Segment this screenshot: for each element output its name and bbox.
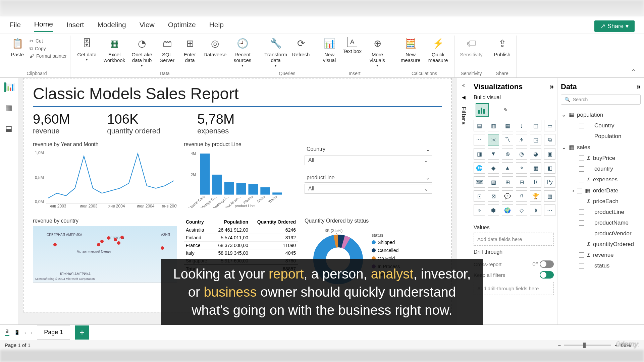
field-buyPrice[interactable]: ΣbuyPrice xyxy=(561,153,641,164)
excel-button[interactable]: ▦Excel workbook xyxy=(101,37,127,63)
viz-type-icon[interactable]: ▲ xyxy=(502,162,513,174)
page-tab-1[interactable]: Page 1 xyxy=(37,325,70,340)
checkbox[interactable] xyxy=(579,231,584,236)
format-visual-tab[interactable]: ✎ xyxy=(499,103,513,117)
table-header-sales[interactable]: ⌄▦sales xyxy=(561,142,641,153)
field-orderDate[interactable]: ›▦orderDate xyxy=(561,185,641,196)
checkbox[interactable] xyxy=(579,263,584,268)
collapse-ribbon-icon[interactable]: ⌃ xyxy=(626,66,641,77)
kpi-expenses[interactable]: 5,78M expenses xyxy=(197,112,234,135)
values-well[interactable]: Add data fields here xyxy=(474,233,554,246)
refresh-button[interactable]: ⟳Refresh xyxy=(290,37,312,57)
more-visuals-button[interactable]: ⊕More visuals▾ xyxy=(364,37,390,67)
add-page-button[interactable]: + xyxy=(75,325,89,340)
checkbox[interactable] xyxy=(579,252,584,258)
checkbox[interactable] xyxy=(579,199,584,204)
map-revenue-by-country[interactable]: revenue by country СЕВЕРНАЯ АМЕРИКА ЕВРО… xyxy=(33,218,177,288)
line-chart-revenue-by-year[interactable]: revenue by Year and Month 1,0M 0,5M 0,0M… xyxy=(33,141,177,215)
onelake-button[interactable]: ◔OneLake data hub▾ xyxy=(129,37,155,67)
viz-type-icon[interactable]: ⋯ xyxy=(544,204,555,216)
quick-measure-button[interactable]: ⚡Quick measure xyxy=(425,37,451,63)
field-Population[interactable]: Population xyxy=(561,131,641,142)
sensitivity-button[interactable]: 🏷Sensitivity xyxy=(458,37,484,57)
viz-type-icon[interactable]: 〰 xyxy=(474,134,485,145)
field-productVendor[interactable]: productVendor xyxy=(561,228,641,239)
viz-type-icon[interactable]: ▣ xyxy=(544,148,555,160)
table-header-population[interactable]: ⌄▦population xyxy=(561,109,641,120)
viz-type-icon[interactable]: ▩ xyxy=(488,176,499,188)
legend-item[interactable]: Cancelled xyxy=(372,248,400,253)
viz-type-icon[interactable]: ⊡ xyxy=(474,190,485,202)
field-country[interactable]: country xyxy=(561,164,641,174)
viz-type-icon[interactable]: ◨ xyxy=(474,148,485,160)
desktop-layout-icon[interactable]: 🖥 xyxy=(5,328,9,336)
field-priceEach[interactable]: ΣpriceEach xyxy=(561,196,641,207)
viz-type-icon[interactable]: 🏆 xyxy=(530,190,541,202)
copy-button[interactable]: ⧉Copy xyxy=(30,46,46,51)
viz-type-icon[interactable]: ⌨ xyxy=(474,176,485,188)
legend-item[interactable]: Shipped xyxy=(372,240,400,245)
publish-button[interactable]: ⇪Publish xyxy=(491,37,513,57)
field-Country[interactable]: Country xyxy=(561,120,641,131)
paste-button[interactable]: 📋 Paste xyxy=(7,37,28,57)
tab-help[interactable]: Help xyxy=(209,21,224,32)
drill-well[interactable]: Add drill-through fields here xyxy=(474,282,554,295)
viz-type-icon[interactable]: ▤ xyxy=(474,120,485,131)
report-view-icon[interactable]: 📊 xyxy=(4,82,14,92)
mobile-layout-icon[interactable]: 📱 xyxy=(14,330,20,335)
viz-type-icon[interactable]: ▼ xyxy=(488,148,499,160)
viz-type-icon[interactable]: ⬢ xyxy=(488,204,499,216)
viz-type-icon[interactable]: ⩚ xyxy=(516,134,527,145)
prev-page-icon[interactable]: ‹ xyxy=(24,330,26,335)
viz-type-icon[interactable]: 🌍 xyxy=(502,204,513,216)
checkbox[interactable] xyxy=(579,166,584,172)
checkbox[interactable] xyxy=(579,134,584,139)
viz-type-icon[interactable]: ◔ xyxy=(516,148,527,160)
format-painter-button[interactable]: 🖌Format painter xyxy=(30,53,67,59)
field-productName[interactable]: productName xyxy=(561,218,641,228)
viz-type-icon[interactable]: ◕ xyxy=(530,148,541,160)
new-measure-button[interactable]: 🧮New measure xyxy=(397,37,424,63)
search-input[interactable]: 🔍 Search xyxy=(561,95,641,105)
table-row[interactable]: Australia26 461 912,006246 xyxy=(184,226,298,234)
viz-type-icon[interactable]: ⟫ xyxy=(530,204,541,216)
table-row[interactable]: Finland5 574 011,003192 xyxy=(184,234,298,242)
checkbox[interactable] xyxy=(579,156,584,161)
field-quantityOrdered[interactable]: ΣquantityOrdered xyxy=(561,239,641,250)
field-revenue[interactable]: Σrevenue xyxy=(561,250,641,260)
table-row[interactable]: Italy58 919 345,004045 xyxy=(184,249,298,257)
viz-type-icon[interactable]: ⫿ xyxy=(516,120,527,131)
viz-type-icon[interactable]: ⌖ xyxy=(516,162,527,174)
zoom-out-button[interactable]: − xyxy=(558,342,561,348)
model-view-icon[interactable]: ⬓ xyxy=(4,124,14,133)
tab-insert[interactable]: Insert xyxy=(66,21,84,32)
viz-type-icon[interactable]: ▦ xyxy=(530,162,541,174)
expand-right-icon[interactable]: » xyxy=(550,82,554,91)
viz-type-icon[interactable]: 〽 xyxy=(502,134,513,145)
checkbox[interactable] xyxy=(579,220,584,226)
kpi-quantity[interactable]: 106K quantity ordered xyxy=(107,112,160,135)
checkbox[interactable] xyxy=(579,209,584,215)
viz-type-icon[interactable]: ◇ xyxy=(516,204,527,216)
viz-type-icon[interactable]: ▦ xyxy=(502,120,513,131)
viz-type-icon[interactable]: ⊟ xyxy=(516,176,527,188)
sql-button[interactable]: 🗃SQL Server xyxy=(156,37,178,63)
enter-data-button[interactable]: ⊞Enter data xyxy=(179,37,201,63)
speaker-icon[interactable]: ◀ xyxy=(462,95,466,100)
get-data-button[interactable]: 🗄Get data▾ xyxy=(74,37,100,62)
field-expenses[interactable]: Σexpenses xyxy=(561,174,641,185)
viz-type-icon[interactable]: R xyxy=(530,176,541,188)
viz-type-icon[interactable]: 💬 xyxy=(502,190,513,202)
zoom-slider[interactable] xyxy=(564,345,611,346)
viz-type-icon[interactable]: ⩙ xyxy=(488,134,499,145)
new-visual-button[interactable]: 📊New visual xyxy=(319,37,340,63)
table-view-icon[interactable]: ▦ xyxy=(4,103,14,113)
text-box-button[interactable]: AText box xyxy=(341,37,363,54)
tab-optimize[interactable]: Optimize xyxy=(168,21,196,32)
transform-data-button[interactable]: 🔧Transform data▾ xyxy=(263,37,289,67)
checkbox[interactable] xyxy=(579,177,584,182)
viz-type-icon[interactable]: ⊚ xyxy=(502,148,513,160)
expand-left-icon[interactable]: « xyxy=(462,82,465,88)
checkbox[interactable] xyxy=(579,123,584,128)
kpi-revenue[interactable]: 9,60M revenue xyxy=(33,112,70,135)
